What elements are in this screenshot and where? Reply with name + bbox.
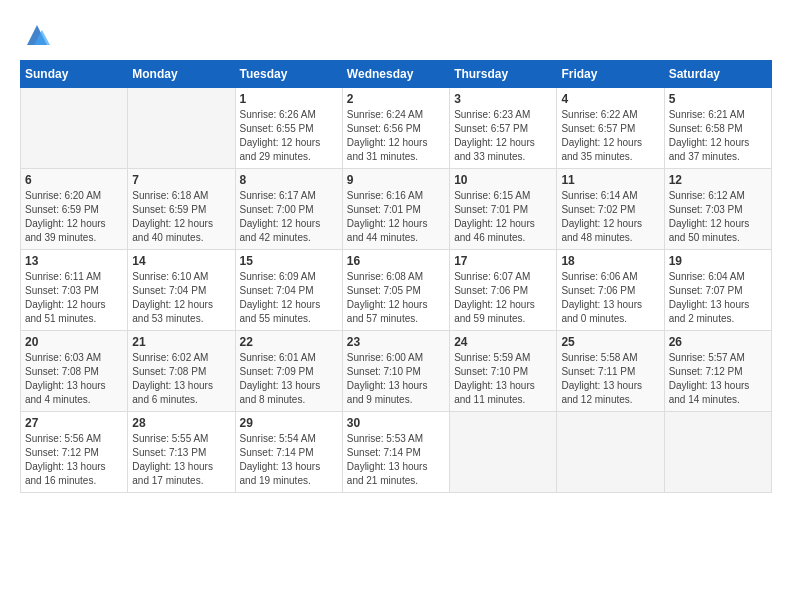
day-info: Sunrise: 6:20 AMSunset: 6:59 PMDaylight:…	[25, 189, 123, 245]
day-info: Sunrise: 6:15 AMSunset: 7:01 PMDaylight:…	[454, 189, 552, 245]
day-number: 4	[561, 92, 659, 106]
day-number: 2	[347, 92, 445, 106]
day-cell: 29Sunrise: 5:54 AMSunset: 7:14 PMDayligh…	[235, 412, 342, 493]
header-day-saturday: Saturday	[664, 61, 771, 88]
day-cell: 7Sunrise: 6:18 AMSunset: 6:59 PMDaylight…	[128, 169, 235, 250]
day-cell: 21Sunrise: 6:02 AMSunset: 7:08 PMDayligh…	[128, 331, 235, 412]
day-cell: 1Sunrise: 6:26 AMSunset: 6:55 PMDaylight…	[235, 88, 342, 169]
day-info: Sunrise: 6:00 AMSunset: 7:10 PMDaylight:…	[347, 351, 445, 407]
header-day-thursday: Thursday	[450, 61, 557, 88]
day-number: 24	[454, 335, 552, 349]
day-number: 16	[347, 254, 445, 268]
day-cell: 13Sunrise: 6:11 AMSunset: 7:03 PMDayligh…	[21, 250, 128, 331]
day-cell	[128, 88, 235, 169]
day-info: Sunrise: 5:57 AMSunset: 7:12 PMDaylight:…	[669, 351, 767, 407]
day-info: Sunrise: 6:01 AMSunset: 7:09 PMDaylight:…	[240, 351, 338, 407]
day-number: 15	[240, 254, 338, 268]
day-cell: 25Sunrise: 5:58 AMSunset: 7:11 PMDayligh…	[557, 331, 664, 412]
day-cell: 10Sunrise: 6:15 AMSunset: 7:01 PMDayligh…	[450, 169, 557, 250]
day-info: Sunrise: 5:59 AMSunset: 7:10 PMDaylight:…	[454, 351, 552, 407]
day-cell: 19Sunrise: 6:04 AMSunset: 7:07 PMDayligh…	[664, 250, 771, 331]
day-info: Sunrise: 6:12 AMSunset: 7:03 PMDaylight:…	[669, 189, 767, 245]
day-number: 29	[240, 416, 338, 430]
day-info: Sunrise: 5:54 AMSunset: 7:14 PMDaylight:…	[240, 432, 338, 488]
header-day-sunday: Sunday	[21, 61, 128, 88]
day-info: Sunrise: 6:10 AMSunset: 7:04 PMDaylight:…	[132, 270, 230, 326]
day-cell: 17Sunrise: 6:07 AMSunset: 7:06 PMDayligh…	[450, 250, 557, 331]
day-info: Sunrise: 5:55 AMSunset: 7:13 PMDaylight:…	[132, 432, 230, 488]
day-cell: 6Sunrise: 6:20 AMSunset: 6:59 PMDaylight…	[21, 169, 128, 250]
day-cell: 28Sunrise: 5:55 AMSunset: 7:13 PMDayligh…	[128, 412, 235, 493]
week-row-4: 20Sunrise: 6:03 AMSunset: 7:08 PMDayligh…	[21, 331, 772, 412]
day-number: 12	[669, 173, 767, 187]
day-cell: 3Sunrise: 6:23 AMSunset: 6:57 PMDaylight…	[450, 88, 557, 169]
day-cell: 8Sunrise: 6:17 AMSunset: 7:00 PMDaylight…	[235, 169, 342, 250]
day-number: 5	[669, 92, 767, 106]
day-info: Sunrise: 5:58 AMSunset: 7:11 PMDaylight:…	[561, 351, 659, 407]
day-cell	[450, 412, 557, 493]
day-number: 30	[347, 416, 445, 430]
day-number: 20	[25, 335, 123, 349]
day-cell: 2Sunrise: 6:24 AMSunset: 6:56 PMDaylight…	[342, 88, 449, 169]
day-number: 21	[132, 335, 230, 349]
day-info: Sunrise: 5:53 AMSunset: 7:14 PMDaylight:…	[347, 432, 445, 488]
week-row-2: 6Sunrise: 6:20 AMSunset: 6:59 PMDaylight…	[21, 169, 772, 250]
day-cell: 27Sunrise: 5:56 AMSunset: 7:12 PMDayligh…	[21, 412, 128, 493]
day-number: 18	[561, 254, 659, 268]
day-number: 10	[454, 173, 552, 187]
logo-icon	[22, 20, 52, 50]
day-info: Sunrise: 6:23 AMSunset: 6:57 PMDaylight:…	[454, 108, 552, 164]
day-number: 7	[132, 173, 230, 187]
day-number: 11	[561, 173, 659, 187]
day-info: Sunrise: 6:08 AMSunset: 7:05 PMDaylight:…	[347, 270, 445, 326]
calendar-table: SundayMondayTuesdayWednesdayThursdayFrid…	[20, 60, 772, 493]
day-cell: 14Sunrise: 6:10 AMSunset: 7:04 PMDayligh…	[128, 250, 235, 331]
day-info: Sunrise: 6:04 AMSunset: 7:07 PMDaylight:…	[669, 270, 767, 326]
day-info: Sunrise: 6:11 AMSunset: 7:03 PMDaylight:…	[25, 270, 123, 326]
day-cell: 18Sunrise: 6:06 AMSunset: 7:06 PMDayligh…	[557, 250, 664, 331]
day-info: Sunrise: 6:22 AMSunset: 6:57 PMDaylight:…	[561, 108, 659, 164]
day-info: Sunrise: 6:07 AMSunset: 7:06 PMDaylight:…	[454, 270, 552, 326]
day-cell: 9Sunrise: 6:16 AMSunset: 7:01 PMDaylight…	[342, 169, 449, 250]
day-info: Sunrise: 6:03 AMSunset: 7:08 PMDaylight:…	[25, 351, 123, 407]
header-day-tuesday: Tuesday	[235, 61, 342, 88]
day-info: Sunrise: 6:18 AMSunset: 6:59 PMDaylight:…	[132, 189, 230, 245]
day-info: Sunrise: 6:09 AMSunset: 7:04 PMDaylight:…	[240, 270, 338, 326]
day-number: 17	[454, 254, 552, 268]
page-header	[20, 20, 772, 50]
day-number: 28	[132, 416, 230, 430]
week-row-5: 27Sunrise: 5:56 AMSunset: 7:12 PMDayligh…	[21, 412, 772, 493]
day-cell: 15Sunrise: 6:09 AMSunset: 7:04 PMDayligh…	[235, 250, 342, 331]
day-cell: 4Sunrise: 6:22 AMSunset: 6:57 PMDaylight…	[557, 88, 664, 169]
day-info: Sunrise: 6:24 AMSunset: 6:56 PMDaylight:…	[347, 108, 445, 164]
day-number: 1	[240, 92, 338, 106]
logo	[20, 20, 52, 50]
day-info: Sunrise: 6:17 AMSunset: 7:00 PMDaylight:…	[240, 189, 338, 245]
day-info: Sunrise: 6:14 AMSunset: 7:02 PMDaylight:…	[561, 189, 659, 245]
day-info: Sunrise: 6:06 AMSunset: 7:06 PMDaylight:…	[561, 270, 659, 326]
day-cell	[557, 412, 664, 493]
header-day-wednesday: Wednesday	[342, 61, 449, 88]
day-info: Sunrise: 5:56 AMSunset: 7:12 PMDaylight:…	[25, 432, 123, 488]
day-number: 14	[132, 254, 230, 268]
day-number: 8	[240, 173, 338, 187]
day-cell: 12Sunrise: 6:12 AMSunset: 7:03 PMDayligh…	[664, 169, 771, 250]
day-cell	[664, 412, 771, 493]
day-info: Sunrise: 6:16 AMSunset: 7:01 PMDaylight:…	[347, 189, 445, 245]
day-number: 6	[25, 173, 123, 187]
calendar-header: SundayMondayTuesdayWednesdayThursdayFrid…	[21, 61, 772, 88]
day-number: 3	[454, 92, 552, 106]
day-number: 26	[669, 335, 767, 349]
day-cell: 30Sunrise: 5:53 AMSunset: 7:14 PMDayligh…	[342, 412, 449, 493]
week-row-3: 13Sunrise: 6:11 AMSunset: 7:03 PMDayligh…	[21, 250, 772, 331]
week-row-1: 1Sunrise: 6:26 AMSunset: 6:55 PMDaylight…	[21, 88, 772, 169]
header-day-monday: Monday	[128, 61, 235, 88]
day-cell	[21, 88, 128, 169]
day-info: Sunrise: 6:21 AMSunset: 6:58 PMDaylight:…	[669, 108, 767, 164]
header-day-friday: Friday	[557, 61, 664, 88]
day-cell: 23Sunrise: 6:00 AMSunset: 7:10 PMDayligh…	[342, 331, 449, 412]
header-row: SundayMondayTuesdayWednesdayThursdayFrid…	[21, 61, 772, 88]
day-number: 9	[347, 173, 445, 187]
day-cell: 16Sunrise: 6:08 AMSunset: 7:05 PMDayligh…	[342, 250, 449, 331]
day-number: 19	[669, 254, 767, 268]
